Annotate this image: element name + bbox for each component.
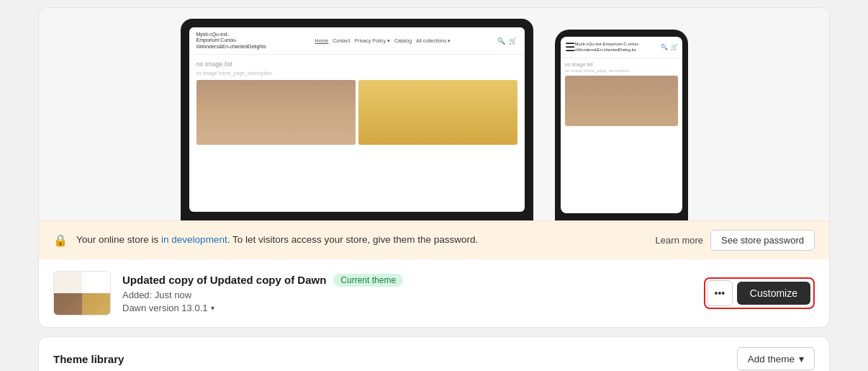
phone-hero-title: no image list <box>561 58 682 68</box>
phone-screen: ☰ Mysti-cQu-est-Emporium:C-uriou-sWonder… <box>561 37 682 213</box>
tablet-nav-icons: 🔍 🛒 <box>497 37 517 45</box>
tablet-nav-links: Home Contact Privacy Policy ▾ Catalog Al… <box>315 38 451 44</box>
tablet-mockup: Mysti-cQu-est-Emporium:Curiou-sWonders&E… <box>181 19 533 220</box>
tablet-hero-sub: no image home_page_description <box>189 71 525 80</box>
search-icon[interactable]: 🔍 <box>497 37 505 45</box>
theme-name: Updated copy of Updated copy of Dawn <box>122 274 326 286</box>
tablet-img-person <box>196 80 356 145</box>
tablet-img-hangers <box>358 80 517 145</box>
customize-button[interactable]: Customize <box>737 282 810 305</box>
lock-icon: 🔒 <box>53 233 68 247</box>
nav-home[interactable]: Home <box>315 38 329 44</box>
phone-search-icon[interactable]: 🔍 <box>661 44 668 50</box>
more-options-button[interactable]: ••• <box>707 280 733 306</box>
tablet-hero-title: no image list <box>189 55 525 71</box>
preview-card: Mysti-cQu-est-Emporium:Curiou-sWonders&E… <box>38 7 830 328</box>
phone-nav-icons: 🔍 🛒 <box>661 44 678 50</box>
theme-thumbnail <box>53 271 111 316</box>
dev-banner: 🔒 Your online store is in development. T… <box>39 220 829 259</box>
tablet-store-name: Mysti-cQu-est-Emporium:Curiou-sWonders&E… <box>196 32 268 50</box>
preview-area: Mysti-cQu-est-Emporium:Curiou-sWonders&E… <box>39 8 829 220</box>
theme-version-row[interactable]: Dawn version 13.0.1 ▾ <box>122 303 692 313</box>
theme-info-row: Updated copy of Updated copy of Dawn Cur… <box>39 259 829 327</box>
see-store-password-button[interactable]: See store password <box>710 230 815 251</box>
thumb-quadrant-4 <box>82 293 110 315</box>
cart-icon[interactable]: 🛒 <box>509 37 517 45</box>
main-container: Mysti-cQu-est-Emporium:Curiou-sWonders&E… <box>38 7 830 371</box>
banner-text: Your online store is in development. To … <box>76 233 647 247</box>
nav-contact[interactable]: Contact <box>333 38 350 44</box>
banner-link-text: in development <box>161 234 227 245</box>
tablet-images <box>189 80 525 145</box>
tablet-screen: Mysti-cQu-est-Emporium:Curiou-sWonders&E… <box>189 27 525 212</box>
phone-cart-icon[interactable]: 🛒 <box>671 44 678 50</box>
nav-catalog[interactable]: Catalog <box>394 38 412 44</box>
phone-hero-sub: no image home_page_description <box>561 68 682 76</box>
phone-store-name: Mysti-cQu-est-Emporium:C-uriou-sWonders&… <box>575 42 661 52</box>
theme-name-row: Updated copy of Updated copy of Dawn Cur… <box>122 274 692 287</box>
library-label: Theme library <box>53 353 124 365</box>
phone-img-person <box>565 76 678 126</box>
thumb-quadrant-3 <box>54 293 82 315</box>
learn-more-link[interactable]: Learn more <box>656 235 703 246</box>
theme-library-row: Theme library Add theme ▾ <box>38 336 830 371</box>
add-theme-label: Add theme <box>748 354 795 365</box>
theme-version-chevron: ▾ <box>211 304 214 312</box>
banner-actions: Learn more See store password <box>656 230 815 251</box>
theme-added: Added: Just now <box>122 290 692 300</box>
add-theme-chevron: ▾ <box>799 353 804 365</box>
customize-btn-wrapper: ••• Customize <box>704 277 815 309</box>
phone-nav: ☰ Mysti-cQu-est-Emporium:C-uriou-sWonder… <box>561 37 682 58</box>
thumb-quadrant-2 <box>82 272 110 293</box>
phone-menu-icon[interactable]: ☰ <box>565 40 575 54</box>
nav-collections[interactable]: All collections ▾ <box>416 38 451 44</box>
theme-version-text: Dawn version 13.0.1 <box>122 303 208 313</box>
current-theme-badge: Current theme <box>333 274 403 287</box>
tablet-nav: Mysti-cQu-est-Emporium:Curiou-sWonders&E… <box>189 27 525 55</box>
nav-privacy[interactable]: Privacy Policy ▾ <box>354 38 390 44</box>
thumb-quadrant-1 <box>54 272 82 293</box>
phone-mockup: ☰ Mysti-cQu-est-Emporium:C-uriou-sWonder… <box>555 30 688 220</box>
add-theme-button[interactable]: Add theme ▾ <box>737 347 815 370</box>
theme-actions: ••• Customize <box>704 277 815 309</box>
theme-meta: Updated copy of Updated copy of Dawn Cur… <box>122 274 692 313</box>
